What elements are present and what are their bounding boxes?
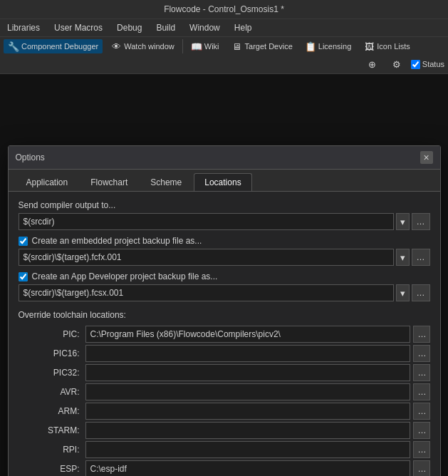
toolchain-input-avr[interactable]: [85, 383, 410, 400]
toolbar-licensing[interactable]: 📋 Licensing: [301, 39, 355, 53]
menubar: Libraries User Macros Debug Build Window…: [0, 19, 448, 37]
menu-libraries[interactable]: Libraries: [0, 21, 47, 35]
menu-window[interactable]: Window: [182, 21, 227, 35]
licensing-label: Licensing: [318, 42, 351, 51]
toolchain-label-arm: ARM:: [19, 406, 83, 416]
tab-scheme[interactable]: Scheme: [140, 173, 192, 191]
app-backup-browse[interactable]: …: [412, 284, 430, 301]
dialog-title: Options: [16, 152, 45, 162]
toolbar-separator-1: [182, 39, 183, 53]
app-backup-group: Create an App Developer project backup f…: [19, 271, 430, 301]
embedded-backup-input[interactable]: [19, 249, 394, 266]
toolchain-label-rpi: RPI:: [19, 445, 83, 455]
toolbar: 🔧 Component Debugger 👁 Watch window 📖 Wi…: [0, 37, 448, 74]
toolchain-input-pic32[interactable]: [85, 364, 410, 381]
app-backup-checkbox[interactable]: [19, 272, 28, 281]
wiki-icon: 📖: [191, 41, 202, 52]
toolchain-browse-pic32[interactable]: …: [413, 364, 430, 381]
embedded-backup-row: ▾ …: [19, 249, 430, 266]
toolchain-section-label: Override toolchain locations:: [19, 310, 430, 320]
toolbar-icon-lists[interactable]: 🖼 Icon Lists: [359, 39, 414, 53]
toolchain-label-avr: AVR:: [19, 387, 83, 397]
embedded-backup-checkbox[interactable]: [19, 237, 28, 246]
toolchain-label-pic32: PIC32:: [19, 368, 83, 378]
target-device-icon: 🖥: [231, 41, 243, 52]
status-checkbox[interactable]: Status: [411, 60, 444, 69]
icon-lists-label: Icon Lists: [377, 42, 410, 51]
embedded-backup-dropdown[interactable]: ▾: [396, 249, 410, 266]
toolbar-target-device[interactable]: 🖥 Target Device: [227, 39, 297, 53]
toolchain-browse-pic[interactable]: …: [413, 326, 430, 343]
tab-flowchart[interactable]: Flowchart: [80, 173, 138, 191]
component-debugger-label: Component Debugger: [21, 42, 98, 51]
toolchain-grid: PIC:…PIC16:…PIC32:…AVR:…ARM:…STARM:…RPI:…: [19, 326, 430, 476]
title-text: Flowcode - Control_Osmosis1 *: [164, 4, 284, 14]
toolbar-watch-window[interactable]: 👁 Watch window: [106, 39, 179, 53]
toolbar-zoom[interactable]: ⊕: [363, 57, 382, 71]
component-debugger-icon: 🔧: [8, 41, 19, 52]
options-dialog: Options × Application Flowchart Scheme L…: [8, 145, 441, 476]
menu-build[interactable]: Build: [149, 21, 182, 35]
toolchain-browse-pic16[interactable]: …: [413, 345, 430, 362]
toolbar-settings[interactable]: ⚙: [387, 57, 407, 71]
icon-lists-icon: 🖼: [363, 41, 375, 52]
target-device-label: Target Device: [245, 42, 293, 51]
toolchain-browse-rpi[interactable]: …: [413, 441, 430, 458]
app-backup-checkbox-row: Create an App Developer project backup f…: [19, 271, 430, 281]
toolchain-input-esp[interactable]: [85, 460, 410, 476]
toolchain-browse-arm[interactable]: …: [413, 403, 430, 420]
embedded-backup-group: Create an embedded project backup file a…: [19, 236, 430, 266]
status-check-input[interactable]: [411, 60, 420, 69]
toolchain-input-arm[interactable]: [85, 403, 410, 420]
dialog-backdrop: Options × Application Flowchart Scheme L…: [0, 74, 448, 476]
licensing-icon: 📋: [305, 41, 316, 52]
dialog-close-button[interactable]: ×: [420, 151, 433, 164]
toolchain-input-pic16[interactable]: [85, 345, 410, 362]
compiler-output-group: Send compiler output to... ▾ …: [19, 200, 430, 230]
tab-locations[interactable]: Locations: [194, 173, 251, 191]
wiki-label: Wiki: [204, 42, 219, 51]
embedded-backup-checkbox-row: Create an embedded project backup file a…: [19, 236, 430, 246]
toolchain-browse-avr[interactable]: …: [413, 383, 430, 400]
menu-user-macros[interactable]: User Macros: [47, 21, 110, 35]
dialog-titlebar: Options ×: [9, 146, 440, 170]
embedded-backup-browse[interactable]: …: [412, 249, 430, 266]
toolchain-label-pic: PIC:: [19, 329, 83, 339]
toolbar-wiki[interactable]: 📖 Wiki: [187, 39, 224, 53]
menu-help[interactable]: Help: [227, 21, 259, 35]
watch-window-icon: 👁: [110, 41, 122, 52]
compiler-output-dropdown[interactable]: ▾: [396, 213, 410, 230]
toolchain-label-pic16: PIC16:: [19, 348, 83, 358]
toolbar-component-debugger[interactable]: 🔧 Component Debugger: [4, 39, 103, 53]
compiler-output-row: ▾ …: [19, 213, 430, 230]
compiler-output-browse[interactable]: …: [412, 213, 430, 230]
compiler-output-label: Send compiler output to...: [19, 200, 430, 210]
watch-window-label: Watch window: [124, 42, 174, 51]
toolchain-label-esp: ESP:: [19, 464, 83, 474]
app-backup-input[interactable]: [19, 284, 394, 301]
toolchain-browse-starm[interactable]: …: [413, 422, 430, 439]
app-backup-label: Create an App Developer project backup f…: [32, 271, 218, 281]
embedded-backup-label: Create an embedded project backup file a…: [32, 236, 202, 246]
toolchain-input-starm[interactable]: [85, 422, 410, 439]
status-label: Status: [422, 60, 444, 68]
toolchain-input-rpi[interactable]: [85, 441, 410, 458]
dialog-content: Send compiler output to... ▾ … Create an…: [9, 192, 440, 476]
app-backup-row: ▾ …: [19, 284, 430, 301]
zoom-icon: ⊕: [367, 58, 378, 70]
menu-debug[interactable]: Debug: [110, 21, 149, 35]
compiler-output-input[interactable]: [19, 213, 394, 230]
dialog-tabs: Application Flowchart Scheme Locations: [9, 170, 440, 192]
titlebar: Flowcode - Control_Osmosis1 *: [0, 0, 448, 19]
gear-icon: ⚙: [391, 58, 402, 70]
toolchain-label-starm: STARM:: [19, 425, 83, 435]
toolchain-browse-esp[interactable]: …: [413, 460, 430, 476]
tab-application[interactable]: Application: [16, 173, 79, 191]
app-backup-dropdown[interactable]: ▾: [396, 284, 410, 301]
toolchain-input-pic[interactable]: [85, 326, 410, 343]
